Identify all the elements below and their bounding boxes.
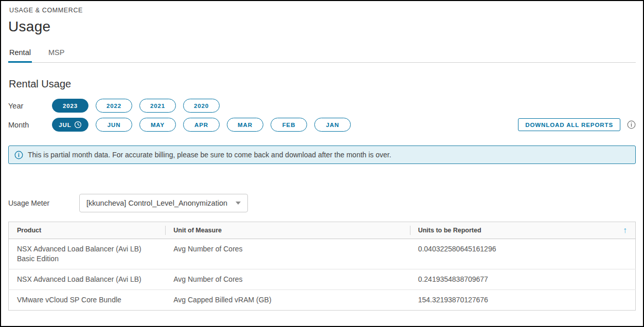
month-pill-apr[interactable]: APR: [183, 118, 220, 132]
usage-meter-selected-value: [kkuncheva] Control_Level_Anonymization: [86, 199, 227, 207]
column-header-product[interactable]: Product: [9, 222, 166, 239]
month-pill-jul[interactable]: JUL: [52, 118, 88, 132]
year-pill-2020[interactable]: 2020: [183, 99, 220, 113]
clock-icon: [74, 121, 82, 129]
column-header-unit-of-measure[interactable]: Unit of Measure: [165, 222, 409, 239]
tab-msp[interactable]: MSP: [47, 48, 65, 63]
month-pill-jan[interactable]: JAN: [314, 118, 351, 132]
table-row: NSX Advanced Load Balancer (Avi LB) Basi…: [9, 239, 636, 269]
cell-unit: Avg Number of Cores: [165, 239, 409, 269]
year-pill-2022[interactable]: 2022: [96, 99, 132, 113]
month-pill-mar[interactable]: MAR: [227, 118, 263, 132]
year-pill-2023[interactable]: 2023: [52, 99, 88, 113]
usage-table: Product Unit of Measure ↑ Units to be Re…: [8, 222, 636, 311]
banner-text: This is partial month data. For accurate…: [28, 151, 391, 159]
column-header-units-reported[interactable]: ↑ Units to be Reported: [410, 222, 636, 239]
breadcrumb-eyebrow: USAGE & COMMERCE: [9, 7, 636, 14]
usage-commerce-page: { "colors": { "accent_blue": "#0072a3", …: [0, 0, 644, 327]
usage-meter-label: Usage Meter: [8, 199, 79, 207]
month-label: Month: [8, 121, 52, 129]
year-filter-row: Year 2023 2022 2021 2020: [8, 99, 636, 113]
month-pill-may[interactable]: MAY: [139, 118, 176, 132]
cell-product: NSX Advanced Load Balancer (Avi LB): [9, 269, 166, 289]
cell-unit: Avg Capped Billed vRAM (GB): [165, 289, 409, 310]
info-circle-icon[interactable]: [627, 120, 636, 129]
cell-product: VMware vCloud SP Core Bundle: [9, 289, 166, 310]
partial-month-banner: This is partial month data. For accurate…: [8, 146, 636, 164]
month-filter-row: Month JUL JUN MAY APR MAR FEB JAN DOWNLO…: [8, 118, 636, 132]
tabs-bar: Rental MSP: [8, 48, 636, 63]
info-circle-icon: [14, 151, 23, 159]
column-header-units-reported-label: Units to be Reported: [418, 227, 481, 234]
year-pill-2021[interactable]: 2021: [139, 99, 176, 113]
month-pill-jul-label: JUL: [59, 122, 71, 128]
arrow-up-icon[interactable]: ↑: [623, 227, 627, 234]
page-title: Usage: [8, 19, 636, 35]
cell-units-reported: 0.2419354838709677: [410, 269, 636, 289]
year-pill-group: 2023 2022 2021 2020: [52, 99, 220, 113]
cell-units-reported: 0.040322580645161296: [410, 239, 636, 269]
chevron-down-icon: [236, 202, 241, 205]
download-all-reports-button[interactable]: DOWNLOAD ALL REPORTS: [518, 118, 620, 131]
cell-units-reported: 154.32193870127676: [410, 289, 636, 310]
month-pill-group: JUL JUN MAY APR MAR FEB JAN: [52, 118, 351, 132]
table-row: VMware vCloud SP Core Bundle Avg Capped …: [9, 289, 636, 310]
month-pill-feb[interactable]: FEB: [271, 118, 307, 132]
month-pill-jun[interactable]: JUN: [96, 118, 132, 132]
table-header-row: Product Unit of Measure ↑ Units to be Re…: [9, 222, 636, 239]
table-row: NSX Advanced Load Balancer (Avi LB) Avg …: [9, 269, 636, 289]
usage-meter-select[interactable]: [kkuncheva] Control_Level_Anonymization: [79, 194, 248, 212]
month-actions: DOWNLOAD ALL REPORTS: [518, 118, 636, 131]
tab-rental[interactable]: Rental: [8, 48, 32, 63]
cell-unit: Avg Number of Cores: [165, 269, 409, 289]
usage-meter-row: Usage Meter [kkuncheva] Control_Level_An…: [8, 194, 636, 212]
year-label: Year: [8, 102, 52, 110]
section-title-rental-usage: Rental Usage: [9, 78, 636, 90]
cell-product: NSX Advanced Load Balancer (Avi LB) Basi…: [9, 239, 166, 269]
